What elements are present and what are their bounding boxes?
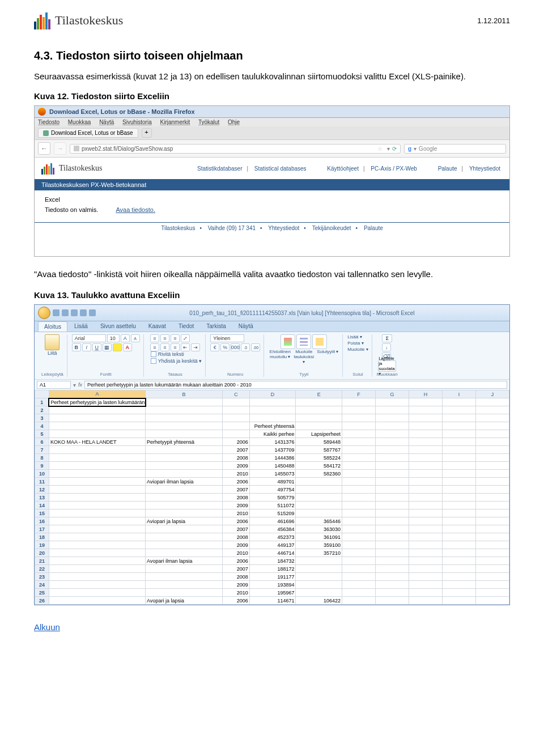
cell-J22[interactable] [475,565,509,573]
sort-filter-button[interactable]: Lajittele ja suodata ▾ [378,360,396,372]
cell-J15[interactable] [475,509,509,517]
font-decrease-icon[interactable]: A [131,334,140,342]
cell-E25[interactable] [296,589,342,597]
cell-F20[interactable] [342,549,376,557]
cell-I23[interactable] [442,573,475,581]
cell-C12[interactable]: 2007 [223,486,250,494]
orientation-icon[interactable]: ⤢ [181,334,190,342]
cond-format-button[interactable] [280,334,295,349]
menu-edit[interactable]: Muokkaa [68,119,91,125]
row-header-1[interactable]: 1 [35,398,49,406]
cell-J19[interactable] [475,541,509,549]
cell-A7[interactable] [49,446,145,454]
cell-A9[interactable] [49,462,145,470]
cell-G7[interactable] [376,446,409,454]
cell-J11[interactable] [475,478,509,486]
cell-I4[interactable] [442,422,475,430]
dropdown-icon[interactable]: ▾ [387,146,390,152]
cell-G25[interactable] [376,589,409,597]
cell-styles-button[interactable] [312,334,327,349]
cell-H19[interactable] [409,541,443,549]
align-top-icon[interactable]: ≡ [150,334,159,342]
cell-B16[interactable]: Aviopari ja lapsia [146,517,223,525]
tab-data[interactable]: Tiedot [173,321,199,332]
cell-G15[interactable] [376,509,409,517]
cell-C3[interactable] [223,414,250,422]
cell-A15[interactable] [49,509,145,517]
cell-C9[interactable]: 2009 [223,462,250,470]
row-header-10[interactable]: 10 [35,470,49,478]
cell-C20[interactable]: 2010 [223,549,250,557]
cell-G17[interactable] [376,525,409,533]
align-mid-icon[interactable]: ≡ [160,334,169,342]
font-size-select[interactable]: 10 [107,334,120,342]
cell-H6[interactable] [409,438,443,446]
toplink-0[interactable]: Statistikdatabaser [197,165,243,172]
italic-button[interactable]: I [82,343,91,351]
cell-D9[interactable]: 1450488 [249,462,296,470]
cell-I26[interactable] [442,597,475,605]
open-file-link[interactable]: Avaa tiedosto. [116,206,155,213]
cell-B3[interactable] [146,414,223,422]
search-dropdown-icon[interactable]: ▾ [414,146,416,152]
cell-G9[interactable] [376,462,409,470]
wrap-text-button[interactable]: Rivitä teksti [151,351,202,357]
cell-C15[interactable]: 2010 [223,509,250,517]
toplink-4[interactable]: Palaute [438,165,457,172]
cell-F11[interactable] [342,478,376,486]
cell-H15[interactable] [409,509,443,517]
cell-D17[interactable]: 456384 [249,525,296,533]
cell-J13[interactable] [475,494,509,502]
cell-G14[interactable] [376,502,409,509]
cell-E6[interactable]: 589448 [296,438,342,446]
cell-J25[interactable] [475,589,509,597]
footer-0[interactable]: Tilastokeskus [161,225,195,231]
cell-G21[interactable] [376,557,409,565]
cell-I20[interactable] [442,549,475,557]
col-header-C[interactable]: C [223,390,250,398]
cell-B10[interactable] [146,470,223,478]
row-header-20[interactable]: 20 [35,549,49,557]
cell-B2[interactable] [146,406,223,414]
cell-F25[interactable] [342,589,376,597]
row-header-2[interactable]: 2 [35,406,49,414]
cell-A8[interactable] [49,454,145,462]
cell-A21[interactable] [49,557,145,565]
cell-G20[interactable] [376,549,409,557]
cell-F22[interactable] [342,565,376,573]
col-header-F[interactable]: F [342,390,376,398]
cell-I14[interactable] [442,502,475,509]
cell-D24[interactable]: 193894 [249,581,296,589]
cell-H7[interactable] [409,446,443,454]
cell-E20[interactable]: 357210 [296,549,342,557]
cell-E22[interactable] [296,565,342,573]
cell-G13[interactable] [376,494,409,502]
cell-G10[interactable] [376,470,409,478]
format-table-button[interactable] [296,334,311,349]
cell-D14[interactable]: 511072 [249,502,296,509]
cell-E1[interactable] [296,398,342,406]
cell-B1[interactable] [146,398,223,406]
cell-G4[interactable] [376,422,409,430]
cell-C13[interactable]: 2008 [223,494,250,502]
row-header-23[interactable]: 23 [35,573,49,581]
insert-button[interactable]: Lisää ▾ [347,334,362,339]
cell-I19[interactable] [442,541,475,549]
menu-view[interactable]: Näytä [99,119,114,125]
border-button[interactable]: ▦ [103,343,112,351]
search-bar[interactable]: g ▾ Google [404,144,506,154]
col-header-G[interactable]: G [376,390,409,398]
cell-J4[interactable] [475,422,509,430]
autosum-button[interactable]: Σ [382,334,392,342]
cell-C19[interactable]: 2009 [223,541,250,549]
cell-E16[interactable]: 365446 [296,517,342,525]
inc-decimal-button[interactable]: .0 [241,343,250,351]
cell-A25[interactable] [49,589,145,597]
cell-C23[interactable]: 2008 [223,573,250,581]
cell-G16[interactable] [376,517,409,525]
menu-file[interactable]: Tiedosto [38,119,60,125]
row-header-19[interactable]: 19 [35,541,49,549]
cell-B11[interactable]: Aviopari ilman lapsia [146,478,223,486]
cell-E10[interactable]: 582360 [296,470,342,478]
cell-I10[interactable] [442,470,475,478]
